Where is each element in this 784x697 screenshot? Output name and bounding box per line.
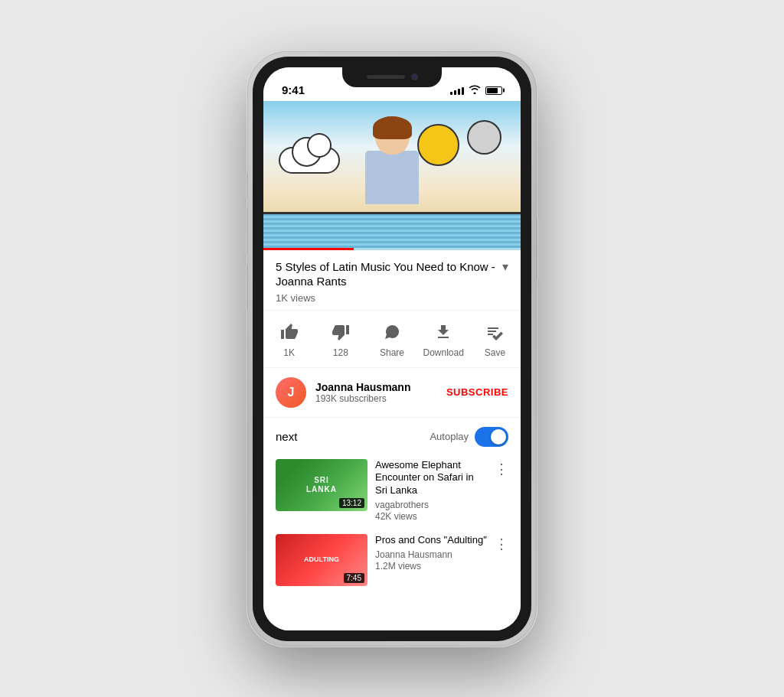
battery-fill (487, 88, 498, 93)
video-item-channel-2: Joanna Hausmann (375, 549, 487, 560)
video-thumbnail-1: SRILANKA 13:12 (276, 459, 368, 511)
channel-section: J Joanna Hausmann 193K subscribers SUBSC… (263, 368, 521, 418)
power-button[interactable] (537, 219, 540, 280)
share-label: Share (380, 347, 404, 358)
person-hair (373, 116, 412, 139)
status-icons (450, 85, 502, 96)
channel-subscribers: 193K subscribers (315, 393, 446, 404)
autoplay-label: Autoplay (430, 431, 469, 442)
video-progress-fill (263, 248, 354, 250)
mute-button[interactable] (244, 173, 247, 197)
phone-screen: 9:41 (263, 67, 521, 630)
speaker (367, 75, 405, 79)
video-meta-1: Awesome Elephant Encounter on Safari in … (375, 459, 487, 523)
person-body (365, 151, 419, 204)
video-duration-2: 7:45 (344, 573, 364, 583)
dislike-button[interactable]: 128 (315, 320, 366, 358)
download-icon (431, 320, 456, 344)
content-area: 5 Styles of Latin Music You Need to Know… (263, 250, 521, 630)
status-time: 9:41 (282, 83, 305, 96)
video-item-channel-1: vagabrothers (375, 500, 487, 510)
phone-device: 9:41 (247, 50, 537, 647)
download-button[interactable]: Download (418, 320, 469, 358)
video-item-views-1: 42K views (375, 511, 487, 522)
action-buttons-row: 1K 128 (263, 311, 521, 368)
phone-inner-frame: 9:41 (253, 57, 531, 641)
thumbnail-text-1: SRILANKA (306, 476, 337, 494)
video-title: 5 Styles of Latin Music You Need to Know… (276, 259, 496, 289)
video-meta-2: Pros and Cons "Adulting" Joanna Hausmann… (375, 534, 487, 586)
dislike-count: 128 (333, 347, 348, 358)
wifi-icon (469, 85, 481, 96)
share-icon (380, 320, 404, 344)
save-button[interactable]: Save (469, 320, 521, 358)
cartoon-cloud (279, 147, 340, 174)
upnext-row: next Autoplay (276, 427, 508, 447)
toggle-knob (491, 429, 506, 445)
person-figure (346, 116, 438, 223)
autoplay-toggle[interactable] (475, 427, 508, 447)
channel-avatar[interactable]: J (276, 377, 306, 408)
video-progress-container[interactable] (263, 248, 521, 250)
video-title-section: 5 Styles of Latin Music You Need to Know… (263, 250, 521, 311)
list-item[interactable]: SRILANKA 13:12 Awesome Elephant Encounte… (263, 453, 521, 529)
video-thumbnail-2: ADULTING 7:45 (276, 534, 368, 586)
cartoon-moon (467, 120, 501, 155)
like-count: 1K (283, 347, 295, 358)
more-options-icon-2[interactable]: ⋮ (495, 534, 508, 552)
video-views: 1K views (276, 292, 508, 304)
video-item-title-1: Awesome Elephant Encounter on Safari in … (375, 459, 487, 498)
save-icon (482, 320, 507, 344)
person-head (375, 116, 410, 155)
volume-up-button[interactable] (244, 207, 247, 253)
like-button[interactable]: 1K (263, 320, 315, 358)
video-thumbnail-bg (263, 101, 521, 250)
more-options-icon-1[interactable]: ⋮ (495, 459, 508, 477)
upnext-label: next (276, 430, 297, 443)
volume-down-button[interactable] (244, 265, 247, 311)
video-title-row: 5 Styles of Latin Music You Need to Know… (276, 259, 508, 289)
chevron-down-icon[interactable]: ▾ (502, 259, 508, 274)
list-item[interactable]: ADULTING 7:45 Pros and Cons "Adulting" J… (263, 528, 521, 592)
thumbnail-text-2: ADULTING (304, 556, 339, 564)
save-label: Save (485, 347, 505, 358)
download-label: Download (423, 347, 464, 358)
video-duration-1: 13:12 (339, 498, 364, 508)
avatar-initial: J (288, 386, 295, 399)
video-item-title-2: Pros and Cons "Adulting" (375, 534, 487, 547)
autoplay-area: Autoplay (430, 427, 508, 447)
phone-notch (342, 67, 442, 87)
upnext-section: next Autoplay (263, 418, 521, 453)
share-button[interactable]: Share (366, 320, 417, 358)
video-item-views-2: 1.2M views (375, 561, 487, 572)
signal-icon (450, 86, 464, 95)
video-player[interactable] (263, 101, 521, 250)
front-camera (411, 73, 418, 80)
subscribe-button[interactable]: SUBSCRIBE (446, 386, 508, 398)
channel-name[interactable]: Joanna Hausmann (315, 381, 446, 393)
thumbs-down-icon (328, 320, 353, 344)
battery-icon (485, 86, 502, 95)
thumbs-up-icon (277, 320, 302, 344)
channel-info: Joanna Hausmann 193K subscribers (315, 381, 446, 404)
